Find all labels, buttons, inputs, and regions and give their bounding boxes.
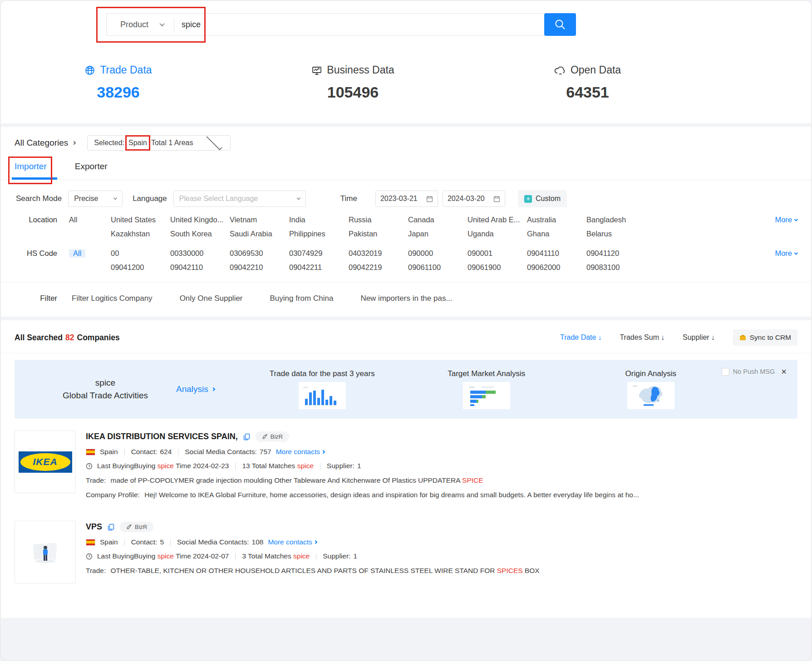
tab-importer[interactable]: Importer <box>15 162 47 180</box>
bar-chart-thumbnail[interactable] <box>299 382 346 409</box>
chevron-right-icon <box>314 540 317 544</box>
tab-exporter[interactable]: Exporter <box>75 162 108 180</box>
location-option[interactable]: United States <box>111 215 170 224</box>
thumb-label: Origin Analysis <box>625 369 676 378</box>
company-name[interactable]: VPS <box>86 522 102 532</box>
location-option[interactable]: Vietnam <box>230 215 289 224</box>
hscode-option[interactable]: 09061900 <box>468 263 527 272</box>
hscode-option[interactable]: 09042219 <box>349 263 408 272</box>
location-option[interactable]: Russia <box>349 215 408 224</box>
search-mode-select[interactable]: Precise <box>68 191 123 207</box>
language-select[interactable]: Please Select Language <box>173 191 306 207</box>
company-logo[interactable] <box>15 521 76 583</box>
hscode-option[interactable]: 09042210 <box>230 263 289 272</box>
location-option[interactable]: Bangladesh <box>586 215 646 224</box>
filter-option-one-supplier[interactable]: Only One Supplier <box>180 294 243 303</box>
location-option[interactable]: Japan <box>408 230 468 238</box>
hscode-option[interactable]: 09041110 <box>527 249 586 258</box>
hscode-option[interactable]: 09041120 <box>586 249 646 258</box>
stat-business-data[interactable]: Business Data 105496 <box>236 64 470 101</box>
chevron-down-icon <box>113 196 117 200</box>
location-more-button[interactable]: More <box>775 215 797 224</box>
hscode-option[interactable]: 09083100 <box>586 263 646 272</box>
hscode-option[interactable]: 03069530 <box>230 249 289 258</box>
bizr-badge[interactable]: BizR <box>256 431 289 442</box>
hscode-option[interactable]: 00330000 <box>170 249 230 258</box>
bizr-badge[interactable]: BizR <box>120 522 153 532</box>
hscode-option[interactable]: 090001 <box>468 249 527 258</box>
ikea-logo: IKEA <box>19 451 72 473</box>
more-contacts-link[interactable]: More contacts <box>268 538 316 546</box>
hscode-option[interactable]: 04032019 <box>349 249 408 258</box>
sort-controls: Trade Date ↓ Trades Sum ↓ Supplier ↓ <box>560 329 797 346</box>
results-header: All Searched82Companies Trade Date ↓ Tra… <box>1 320 811 353</box>
search-category-select[interactable]: Product <box>107 14 174 35</box>
location-option[interactable]: Pakistan <box>349 230 408 238</box>
sort-supplier[interactable]: Supplier ↓ <box>683 333 715 342</box>
banner-subtitle: Global Trade Activities <box>37 389 173 402</box>
hscode-option[interactable]: 09042110 <box>170 263 230 272</box>
location-option[interactable]: Saudi Arabia <box>230 230 289 238</box>
location-option[interactable]: Belarus <box>586 230 646 238</box>
hscode-more-button[interactable]: More <box>775 249 797 258</box>
location-option[interactable]: Australia <box>527 215 586 224</box>
hscode-option[interactable]: 09062000 <box>527 263 586 272</box>
hscode-option[interactable]: 09061100 <box>408 263 468 272</box>
company-profile: Company Profile: Hej! Welcome to IKEA Gl… <box>86 491 797 499</box>
selected-areas-count: Total 1 Areas <box>151 139 193 147</box>
close-icon[interactable]: × <box>781 367 787 376</box>
location-all[interactable]: All <box>69 215 111 224</box>
contact-count: 624 <box>160 448 172 455</box>
custom-time-button[interactable]: ✳ Custom <box>518 190 567 207</box>
bizr-label: BizR <box>271 433 283 440</box>
banner-keyword-block: spice Global Trade Activities <box>37 377 173 402</box>
chevron-right-icon <box>321 450 325 454</box>
location-option[interactable]: Ghana <box>527 230 586 238</box>
selected-areas-dropdown[interactable]: Selected: Spain Total 1 Areas <box>87 135 231 151</box>
location-option[interactable]: United Arab E... <box>468 215 527 224</box>
no-push-checkbox[interactable] <box>722 368 729 376</box>
sync-to-crm-button[interactable]: Sync to CRM <box>733 329 797 346</box>
hscode-filter-grid: HS Code All 00 00330000 03069530 0307492… <box>1 244 811 272</box>
location-option[interactable]: India <box>289 215 349 224</box>
china-map-thumbnail[interactable] <box>627 382 674 409</box>
date-from-input[interactable]: 2023-03-21 <box>375 191 438 207</box>
search-button[interactable] <box>544 13 576 36</box>
hscode-option[interactable]: 09042211 <box>289 263 349 272</box>
copy-icon[interactable] <box>108 524 114 531</box>
location-option[interactable]: Philippines <box>289 230 349 238</box>
date-to-input[interactable]: 2024-03-20 <box>443 191 505 207</box>
filter-option-logistics[interactable]: Filter Logitics Company <box>72 294 153 303</box>
all-categories-button[interactable]: All Categories <box>15 138 75 148</box>
extra-filter-row: Filter Filter Logitics Company Only One … <box>1 282 811 306</box>
location-option[interactable]: South Korea <box>170 230 230 238</box>
chevron-right-icon <box>72 141 76 145</box>
stat-open-data[interactable]: Open Data 64351 <box>470 64 705 101</box>
spain-flag-icon <box>86 449 95 455</box>
company-name[interactable]: IKEA DISTRIBUTION SERVICES SPAIN, <box>86 432 238 441</box>
more-contacts-link[interactable]: More contacts <box>276 448 325 456</box>
hscode-option[interactable]: 00 <box>111 249 170 258</box>
hscode-option[interactable]: 03074929 <box>289 249 349 258</box>
copy-icon[interactable] <box>243 433 250 441</box>
hbar-chart-thumbnail[interactable] <box>463 382 510 409</box>
location-option[interactable]: Canada <box>408 215 468 224</box>
date-to-value: 2024-03-20 <box>448 195 485 203</box>
sort-trade-date[interactable]: Trade Date ↓ <box>560 333 601 342</box>
hscode-all[interactable]: All <box>69 249 111 258</box>
search-input[interactable] <box>174 20 544 29</box>
importer-exporter-tabs: Importer Exporter <box>1 156 811 180</box>
location-option[interactable]: United Kingdo... <box>170 215 230 224</box>
filter-option-new-importers[interactable]: New importers in the pas... <box>360 294 452 303</box>
filter-option-buying-from-china[interactable]: Buying from China <box>270 294 334 303</box>
hscode-option[interactable]: 09041200 <box>111 263 170 272</box>
location-option[interactable]: Uganda <box>468 230 527 238</box>
sync-label: Sync to CRM <box>750 333 791 342</box>
location-option[interactable]: Kazakhstan <box>111 230 170 238</box>
stat-trade-data[interactable]: Trade Data 38296 <box>1 64 236 101</box>
sort-trades-sum[interactable]: Trades Sum ↓ <box>620 333 664 342</box>
hscode-option[interactable]: 090000 <box>408 249 468 258</box>
custom-icon: ✳ <box>524 195 532 203</box>
analysis-link[interactable]: Analysis <box>176 384 215 394</box>
company-logo[interactable]: IKEA <box>15 431 76 493</box>
